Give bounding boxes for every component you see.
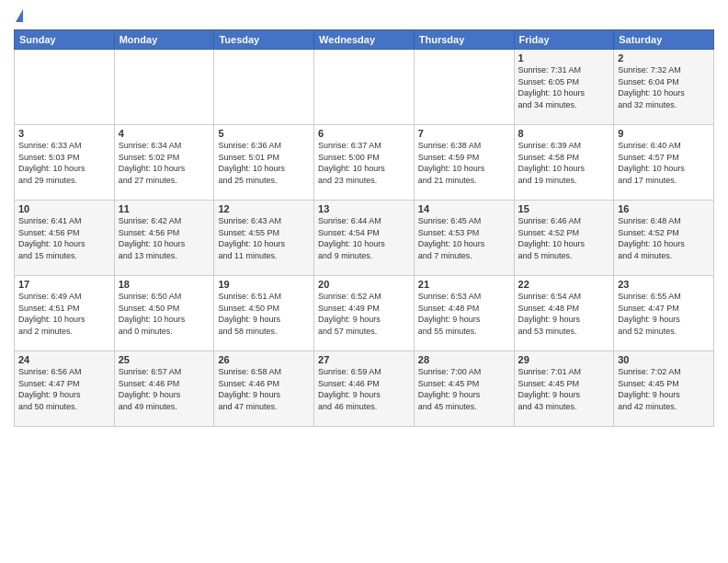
calendar-cell	[214, 50, 314, 125]
calendar-body: 1Sunrise: 7:31 AM Sunset: 6:05 PM Daylig…	[15, 50, 714, 427]
calendar-cell: 9Sunrise: 6:40 AM Sunset: 4:57 PM Daylig…	[614, 125, 714, 201]
weekday-header-sunday: Sunday	[15, 30, 115, 50]
day-info: Sunrise: 6:34 AM Sunset: 5:02 PM Dayligh…	[119, 140, 210, 186]
calendar-table: SundayMondayTuesdayWednesdayThursdayFrid…	[14, 29, 714, 427]
calendar-cell: 13Sunrise: 6:44 AM Sunset: 4:54 PM Dayli…	[314, 201, 415, 276]
day-number: 14	[418, 203, 510, 214]
calendar-cell: 10Sunrise: 6:41 AM Sunset: 4:56 PM Dayli…	[15, 201, 115, 276]
day-number: 16	[618, 203, 710, 214]
calendar-cell: 12Sunrise: 6:43 AM Sunset: 4:55 PM Dayli…	[214, 201, 314, 276]
day-number: 13	[318, 203, 410, 214]
day-number: 10	[18, 203, 110, 214]
day-info: Sunrise: 6:46 AM Sunset: 4:52 PM Dayligh…	[518, 215, 610, 261]
calendar-week-0: 1Sunrise: 7:31 AM Sunset: 6:05 PM Daylig…	[15, 50, 714, 125]
day-number: 17	[18, 279, 110, 290]
weekday-header-friday: Friday	[514, 30, 614, 50]
calendar-cell: 4Sunrise: 6:34 AM Sunset: 5:02 PM Daylig…	[114, 125, 214, 201]
calendar-week-1: 3Sunrise: 6:33 AM Sunset: 5:03 PM Daylig…	[15, 125, 714, 201]
day-info: Sunrise: 6:58 AM Sunset: 4:46 PM Dayligh…	[218, 366, 310, 412]
calendar-cell: 26Sunrise: 6:58 AM Sunset: 4:46 PM Dayli…	[214, 351, 314, 427]
day-info: Sunrise: 7:00 AM Sunset: 4:45 PM Dayligh…	[418, 366, 510, 412]
day-number: 9	[618, 128, 710, 139]
day-number: 5	[218, 128, 310, 139]
calendar-week-2: 10Sunrise: 6:41 AM Sunset: 4:56 PM Dayli…	[15, 201, 714, 276]
calendar-cell	[414, 50, 514, 125]
day-number: 6	[318, 128, 410, 139]
calendar-cell: 15Sunrise: 6:46 AM Sunset: 4:52 PM Dayli…	[514, 201, 614, 276]
calendar-cell: 25Sunrise: 6:57 AM Sunset: 4:46 PM Dayli…	[114, 351, 214, 427]
weekday-header-tuesday: Tuesday	[214, 30, 314, 50]
day-info: Sunrise: 6:38 AM Sunset: 4:59 PM Dayligh…	[418, 140, 510, 186]
day-number: 19	[218, 279, 310, 290]
day-number: 30	[618, 354, 710, 365]
calendar-week-4: 24Sunrise: 6:56 AM Sunset: 4:47 PM Dayli…	[15, 351, 714, 427]
day-number: 4	[119, 128, 210, 139]
day-number: 25	[119, 354, 210, 365]
calendar-cell: 27Sunrise: 6:59 AM Sunset: 4:46 PM Dayli…	[314, 351, 415, 427]
day-number: 28	[418, 354, 510, 365]
calendar-cell: 5Sunrise: 6:36 AM Sunset: 5:01 PM Daylig…	[214, 125, 314, 201]
day-number: 8	[518, 128, 610, 139]
day-info: Sunrise: 7:02 AM Sunset: 4:45 PM Dayligh…	[618, 366, 710, 412]
day-info: Sunrise: 6:36 AM Sunset: 5:01 PM Dayligh…	[218, 140, 310, 186]
day-info: Sunrise: 6:52 AM Sunset: 4:49 PM Dayligh…	[318, 291, 410, 337]
calendar-cell: 7Sunrise: 6:38 AM Sunset: 4:59 PM Daylig…	[414, 125, 514, 201]
day-info: Sunrise: 7:31 AM Sunset: 6:05 PM Dayligh…	[518, 64, 610, 110]
day-number: 7	[418, 128, 510, 139]
day-info: Sunrise: 6:50 AM Sunset: 4:50 PM Dayligh…	[119, 291, 210, 337]
day-info: Sunrise: 6:41 AM Sunset: 4:56 PM Dayligh…	[18, 215, 110, 261]
day-info: Sunrise: 6:33 AM Sunset: 5:03 PM Dayligh…	[18, 140, 110, 186]
calendar-cell: 29Sunrise: 7:01 AM Sunset: 4:45 PM Dayli…	[514, 351, 614, 427]
calendar-cell: 30Sunrise: 7:02 AM Sunset: 4:45 PM Dayli…	[614, 351, 714, 427]
page-header	[14, 9, 714, 22]
day-number: 20	[318, 279, 410, 290]
calendar-cell: 19Sunrise: 6:51 AM Sunset: 4:50 PM Dayli…	[214, 276, 314, 351]
day-info: Sunrise: 6:55 AM Sunset: 4:47 PM Dayligh…	[618, 291, 710, 337]
weekday-row: SundayMondayTuesdayWednesdayThursdayFrid…	[15, 30, 714, 50]
day-info: Sunrise: 6:43 AM Sunset: 4:55 PM Dayligh…	[218, 215, 310, 261]
day-number: 15	[518, 203, 610, 214]
day-info: Sunrise: 6:44 AM Sunset: 4:54 PM Dayligh…	[318, 215, 410, 261]
calendar-cell: 17Sunrise: 6:49 AM Sunset: 4:51 PM Dayli…	[15, 276, 115, 351]
day-number: 26	[218, 354, 310, 365]
day-info: Sunrise: 6:56 AM Sunset: 4:47 PM Dayligh…	[18, 366, 110, 412]
day-number: 1	[518, 52, 610, 63]
day-number: 23	[618, 279, 710, 290]
calendar-cell: 21Sunrise: 6:53 AM Sunset: 4:48 PM Dayli…	[414, 276, 514, 351]
day-info: Sunrise: 6:51 AM Sunset: 4:50 PM Dayligh…	[218, 291, 310, 337]
day-info: Sunrise: 6:40 AM Sunset: 4:57 PM Dayligh…	[618, 140, 710, 186]
day-number: 27	[318, 354, 410, 365]
day-info: Sunrise: 6:45 AM Sunset: 4:53 PM Dayligh…	[418, 215, 510, 261]
weekday-header-monday: Monday	[114, 30, 214, 50]
calendar-cell	[314, 50, 415, 125]
day-number: 29	[518, 354, 610, 365]
calendar-cell: 24Sunrise: 6:56 AM Sunset: 4:47 PM Dayli…	[15, 351, 115, 427]
calendar-header: SundayMondayTuesdayWednesdayThursdayFrid…	[15, 30, 714, 50]
day-info: Sunrise: 6:53 AM Sunset: 4:48 PM Dayligh…	[418, 291, 510, 337]
day-number: 11	[119, 203, 210, 214]
weekday-header-thursday: Thursday	[414, 30, 514, 50]
calendar-week-3: 17Sunrise: 6:49 AM Sunset: 4:51 PM Dayli…	[15, 276, 714, 351]
calendar-cell: 1Sunrise: 7:31 AM Sunset: 6:05 PM Daylig…	[514, 50, 614, 125]
day-info: Sunrise: 6:57 AM Sunset: 4:46 PM Dayligh…	[119, 366, 210, 412]
logo	[14, 9, 23, 22]
calendar-cell: 18Sunrise: 6:50 AM Sunset: 4:50 PM Dayli…	[114, 276, 214, 351]
calendar-cell: 11Sunrise: 6:42 AM Sunset: 4:56 PM Dayli…	[114, 201, 214, 276]
calendar-cell: 14Sunrise: 6:45 AM Sunset: 4:53 PM Dayli…	[414, 201, 514, 276]
day-number: 21	[418, 279, 510, 290]
day-number: 3	[18, 128, 110, 139]
calendar-cell	[114, 50, 214, 125]
calendar-cell: 3Sunrise: 6:33 AM Sunset: 5:03 PM Daylig…	[15, 125, 115, 201]
logo-triangle-icon	[16, 9, 23, 22]
day-number: 24	[18, 354, 110, 365]
day-number: 12	[218, 203, 310, 214]
day-number: 2	[618, 52, 710, 63]
calendar-cell	[15, 50, 115, 125]
calendar-cell: 16Sunrise: 6:48 AM Sunset: 4:52 PM Dayli…	[614, 201, 714, 276]
day-info: Sunrise: 6:39 AM Sunset: 4:58 PM Dayligh…	[518, 140, 610, 186]
day-info: Sunrise: 7:32 AM Sunset: 6:04 PM Dayligh…	[618, 64, 710, 110]
day-info: Sunrise: 7:01 AM Sunset: 4:45 PM Dayligh…	[518, 366, 610, 412]
day-info: Sunrise: 6:49 AM Sunset: 4:51 PM Dayligh…	[18, 291, 110, 337]
day-info: Sunrise: 6:42 AM Sunset: 4:56 PM Dayligh…	[119, 215, 210, 261]
day-info: Sunrise: 6:37 AM Sunset: 5:00 PM Dayligh…	[318, 140, 410, 186]
